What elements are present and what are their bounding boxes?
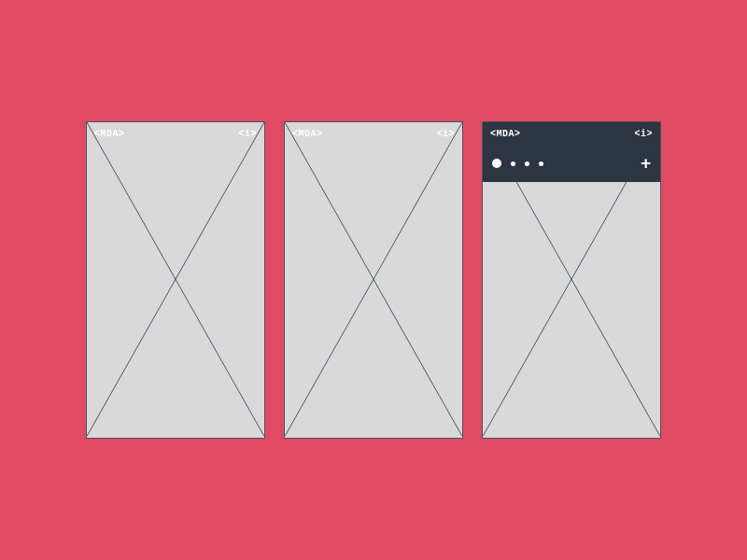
page-dot-active[interactable] xyxy=(492,159,501,168)
svg-line-0 xyxy=(87,122,264,436)
info-icon: <i> xyxy=(436,129,455,139)
status-bar: <MDA> <i> xyxy=(285,122,462,145)
svg-line-2 xyxy=(285,122,462,436)
status-bar: <MDA> <i> xyxy=(483,122,660,145)
wireframe-frame-1: <MDA> <i> xyxy=(86,121,265,439)
page-dot[interactable] xyxy=(539,161,543,166)
app-logo: <MDA> xyxy=(94,129,125,139)
status-bar: <MDA> <i> xyxy=(87,122,264,145)
page-dot[interactable] xyxy=(525,161,529,166)
svg-line-1 xyxy=(87,122,264,436)
app-logo: <MDA> xyxy=(292,129,323,139)
page-dot[interactable] xyxy=(511,161,515,166)
wireframe-frame-3: <MDA> <i> + xyxy=(482,121,661,439)
info-icon: <i> xyxy=(634,129,653,139)
placeholder-x-icon xyxy=(285,122,462,436)
svg-line-3 xyxy=(285,122,462,436)
page-indicator[interactable] xyxy=(492,159,543,168)
add-button[interactable]: + xyxy=(641,155,651,172)
app-logo: <MDA> xyxy=(490,129,521,139)
app-toolbar: + xyxy=(483,145,660,182)
wireframe-frame-2: <MDA> <i> xyxy=(284,121,463,439)
info-icon: <i> xyxy=(238,129,257,139)
placeholder-x-icon xyxy=(87,122,264,436)
